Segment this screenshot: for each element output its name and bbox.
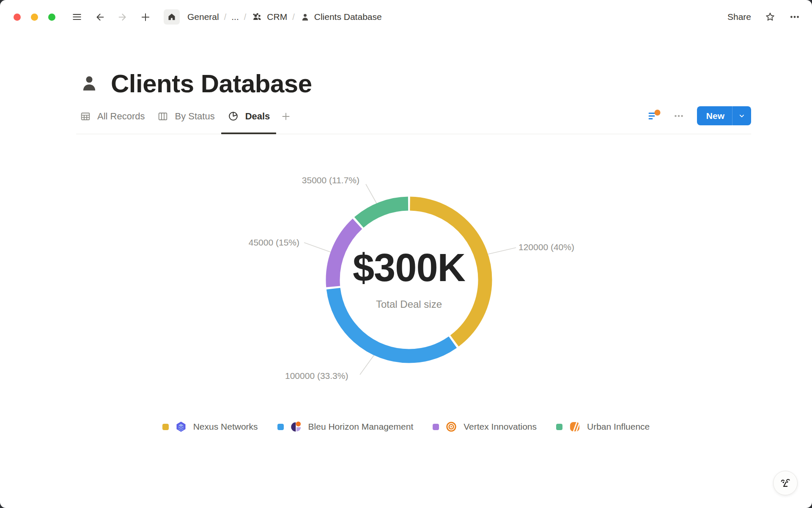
add-view-button[interactable] [276,109,296,134]
breadcrumb-separator: / [244,12,247,22]
views-toolbar: All Records By Status Deals [76,109,751,134]
tab-label: All Records [97,111,145,122]
slice-label-nexus-networks: 120000 (40%) [518,242,574,253]
donut-chart[interactable] [320,191,498,369]
back-button[interactable] [94,11,105,22]
breadcrumb-separator: / [224,12,227,22]
forward-button[interactable] [117,11,128,22]
menu-icon [71,11,82,22]
legend-item-vertex-innovations[interactable]: Vertex Innovations [433,421,537,433]
home-icon [167,12,176,22]
back-arrow-icon [94,11,105,23]
breadcrumb-item-general[interactable]: General [187,12,219,22]
legend-swatch [162,424,169,430]
tab-label: By Status [175,111,214,122]
breadcrumb-label: Clients Database [314,12,382,22]
page-head: Clients Database [76,70,751,97]
tab-by-status[interactable]: By Status [151,109,221,134]
legend-label: Urban Influence [587,422,650,432]
view-controls: New [648,106,751,125]
plus-icon [140,11,151,23]
page-content: Clients Database All Records By Status D… [76,70,751,134]
star-icon [765,11,776,23]
pie-chart-icon [228,110,239,122]
breadcrumb-label: CRM [267,12,287,22]
app-window: General / ... / CRM / Clients Database S… [0,0,812,508]
donut-wrap: $300K Total Deal size [320,191,498,369]
more-options-button[interactable] [789,11,800,22]
breadcrumb-item-current[interactable]: Clients Database [300,12,382,22]
bleu-horizon-logo [290,421,302,433]
face-icon [779,476,792,490]
legend-label: Vertex Innovations [464,422,537,432]
slice-label-bleu-horizon: 100000 (33.3%) [285,370,348,381]
titlebar: General / ... / CRM / Clients Database S… [0,0,812,34]
filter-button[interactable] [648,110,661,122]
people-icon [251,11,263,23]
legend-item-nexus-networks[interactable]: Nexus Networks [162,421,258,433]
breadcrumb-ellipsis: ... [231,12,239,22]
slice-label-vertex-innovations: 45000 (15%) [249,237,299,248]
close-window-button[interactable] [14,14,21,21]
legend-label: Bleu Horizon Management [308,422,414,432]
home-button[interactable] [164,9,180,25]
window-controls [14,14,55,21]
zoom-window-button[interactable] [48,14,55,21]
person-icon [300,12,310,22]
legend-swatch [556,424,562,430]
deals-chart: $300K Total Deal size 35000 (11.7%) 4500… [0,134,812,508]
nexus-networks-logo [175,421,187,433]
breadcrumb: General / ... / CRM / Clients Database [187,11,382,23]
ellipsis-icon [673,110,684,122]
slice-label-urban-influence: 35000 (11.7%) [302,175,359,186]
urban-influence-logo [569,421,581,433]
breadcrumb-item-collapsed[interactable]: ... [231,12,239,22]
chart-legend: Nexus Networks Bleu Horizon Management V… [0,421,812,433]
legend-swatch [433,424,439,430]
new-page-button[interactable] [140,11,151,22]
legend-item-bleu-horizon[interactable]: Bleu Horizon Management [277,421,414,433]
filter-badge [654,110,660,116]
board-columns-icon [157,111,168,122]
sidebar-toggle-button[interactable] [71,11,82,22]
breadcrumb-separator: / [292,12,295,22]
vertex-innovations-logo [445,421,457,433]
tab-label: Deals [245,111,270,122]
ellipsis-icon [789,11,800,23]
table-icon [80,111,91,122]
breadcrumb-label: General [187,12,219,22]
new-record-button-group: New [697,106,751,125]
breadcrumb-item-crm[interactable]: CRM [251,11,287,23]
new-record-dropdown-button[interactable] [732,106,751,125]
legend-item-urban-influence[interactable]: Urban Influence [556,421,650,433]
tab-all-records[interactable]: All Records [74,109,151,134]
favorite-button[interactable] [765,11,776,22]
chevron-down-icon [738,112,746,120]
plus-icon [280,111,291,122]
tab-deals[interactable]: Deals [221,109,277,134]
view-options-button[interactable] [673,110,684,121]
legend-swatch [277,424,284,430]
forward-arrow-icon [117,11,128,23]
page-title[interactable]: Clients Database [111,69,312,98]
nav-icons [71,9,180,25]
filter-lines-icon [648,110,661,122]
new-record-button[interactable]: New [697,106,732,125]
titlebar-actions: Share [727,11,800,22]
notion-face-button[interactable] [773,471,798,495]
minimize-window-button[interactable] [31,14,38,21]
page-person-icon[interactable] [79,73,100,94]
share-button[interactable]: Share [727,12,751,22]
legend-label: Nexus Networks [193,422,258,432]
